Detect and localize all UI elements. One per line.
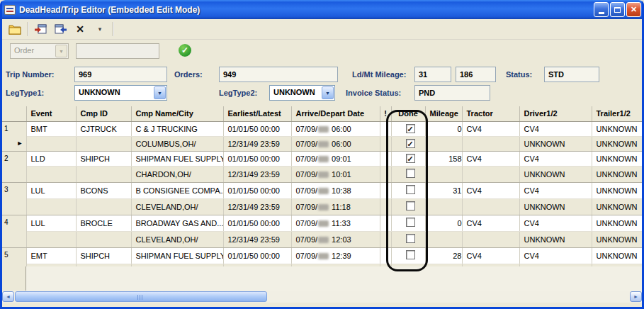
cell-arrive[interactable]: 07/09/09:01 [291, 151, 380, 166]
cell-trailer1[interactable]: UNKNOWN [592, 121, 644, 136]
cell-driver2[interactable]: UNKNOWN [519, 136, 592, 151]
ld-mileage-field[interactable]: 31 [414, 67, 451, 82]
cell-driver2[interactable]: UNKNOWN [519, 231, 592, 247]
delete-record-button[interactable]: ✕ [72, 21, 88, 37]
cell-event[interactable]: LLD [26, 151, 76, 166]
toolbar-options-button[interactable]: ▾ [92, 21, 108, 37]
column-header-selector[interactable] [0, 106, 26, 121]
column-header-event[interactable]: Event [26, 106, 76, 121]
cell-mileage[interactable]: 28 [425, 247, 462, 264]
cell-done[interactable] [391, 247, 425, 264]
status-field[interactable]: STD [544, 67, 599, 82]
cell-cmp-name[interactable]: SHIPMAN FUEL SUPPLY [131, 151, 223, 166]
scrollbar-thumb[interactable] [15, 291, 267, 302]
legtype2-combo[interactable]: UNKNOWN ▼ [269, 85, 335, 101]
row-header[interactable]: 3 [0, 182, 26, 215]
app-icon[interactable] [4, 5, 16, 15]
cell-earliest[interactable]: 01/01/50 00:00 [223, 215, 291, 231]
column-header-driver[interactable]: Driver1/2 [519, 106, 592, 121]
column-header-cmp-name-city[interactable]: Cmp Name/City [131, 106, 223, 121]
titlebar[interactable]: DeadHead/Trip Editor (Embedded Edit Mode… [0, 0, 644, 19]
scroll-left-button[interactable]: ◄ [2, 291, 14, 302]
cell-done[interactable] [391, 182, 425, 198]
cell-tractor[interactable]: CV4 [462, 182, 519, 198]
new-trip-button[interactable] [7, 21, 23, 37]
cell-event[interactable]: LUL [26, 215, 76, 231]
cell-cmp-id[interactable]: BROCLE [76, 215, 131, 231]
cell-done[interactable] [391, 166, 425, 182]
legtype1-combo[interactable]: UNKNOWN ▼ [74, 85, 167, 101]
cell-depart[interactable]: 07/09/11:18 [291, 198, 380, 215]
column-header-done[interactable]: Done [391, 106, 425, 121]
cell-driver1[interactable]: CV4 [519, 151, 592, 166]
cell-driver2[interactable]: UNKNOWN [519, 166, 592, 182]
cell-flag[interactable] [380, 121, 391, 136]
cell-trailer2[interactable]: UNKNOWN [592, 231, 644, 247]
cell-mileage[interactable]: 0 [425, 215, 462, 231]
column-header-mileage[interactable]: Mileage [425, 106, 462, 121]
cell-done[interactable] [391, 121, 425, 136]
row-header[interactable]: 4 [0, 215, 26, 247]
cell-city[interactable]: CLEVELAND,OH/ [131, 198, 223, 215]
cell-earliest[interactable]: 01/01/50 00:00 [223, 151, 291, 166]
done-checkbox[interactable] [406, 139, 415, 148]
column-header-flag[interactable]: ! [380, 106, 391, 121]
cell-cmp-name[interactable]: SHIPMAN FUEL SUPPLY [131, 247, 223, 264]
scroll-right-button[interactable]: ► [630, 291, 642, 302]
cell-earliest[interactable]: 01/01/50 00:00 [223, 121, 291, 136]
done-checkbox[interactable] [406, 124, 415, 133]
cell-trailer1[interactable]: UNKNOWN [592, 247, 644, 264]
cell-flag[interactable] [380, 182, 391, 198]
row-header[interactable]: 2 [0, 151, 26, 182]
row-header[interactable]: 1► [0, 121, 26, 151]
cell-done[interactable] [391, 231, 425, 247]
cell-depart[interactable]: 07/09/12:03 [291, 231, 380, 247]
cell-mileage[interactable]: 158 [425, 151, 462, 166]
cell-cmp-name[interactable]: BROADWAY GAS AND... [131, 215, 223, 231]
cell-depart[interactable]: 07/09/06:00 [291, 136, 380, 151]
cell-done[interactable] [391, 151, 425, 166]
cell-arrive[interactable]: 07/09/06:00 [291, 121, 380, 136]
cell-arrive[interactable]: 07/09/12:39 [291, 247, 380, 264]
done-checkbox[interactable] [406, 250, 415, 259]
cell-latest[interactable]: 12/31/49 23:59 [223, 198, 291, 215]
append-record-button[interactable] [52, 21, 68, 37]
invoice-status-field[interactable]: PND [414, 85, 490, 101]
column-header-arrive-depart[interactable]: Arrive/Depart Date [291, 106, 380, 121]
horizontal-scrollbar[interactable]: ◄ ► [2, 291, 642, 303]
cell-cmp-name[interactable]: B CONSIGNEE COMPA... [131, 182, 223, 198]
cell-event[interactable]: BMT [26, 121, 76, 136]
column-header-earliest-latest[interactable]: Earliest/Latest [223, 106, 291, 121]
minimize-button[interactable] [594, 2, 609, 17]
done-checkbox[interactable] [406, 234, 415, 243]
cell-flag[interactable] [380, 247, 391, 264]
column-header-trailer[interactable]: Trailer1/2 [592, 106, 644, 121]
cell-flag[interactable] [380, 215, 391, 231]
insert-record-button[interactable] [33, 21, 48, 37]
cell-latest[interactable]: 12/31/49 23:59 [223, 136, 291, 151]
trip-number-field[interactable]: 969 [74, 67, 167, 82]
done-checkbox[interactable] [406, 169, 415, 178]
cell-earliest[interactable]: 01/01/50 00:00 [223, 247, 291, 264]
cell-latest[interactable]: 12/31/49 23:59 [223, 166, 291, 182]
maximize-button[interactable] [610, 2, 625, 17]
cell-depart[interactable]: 07/09/10:01 [291, 166, 380, 182]
done-checkbox[interactable] [406, 185, 415, 194]
cell-cmp-id[interactable]: CJTRUCK [76, 121, 131, 136]
cell-driver1[interactable]: CV4 [519, 182, 592, 198]
cell-trailer1[interactable]: UNKNOWN [592, 215, 644, 231]
cell-trailer2[interactable]: UNKNOWN [592, 198, 644, 215]
cell-city[interactable]: CHARDON,OH/ [131, 166, 223, 182]
cell-driver1[interactable]: CV4 [519, 121, 592, 136]
cell-trailer2[interactable]: UNKNOWN [592, 136, 644, 151]
cell-tractor[interactable]: CV4 [462, 121, 519, 136]
chevron-down-icon[interactable]: ▼ [154, 86, 166, 99]
mt-mileage-field[interactable]: 186 [456, 67, 496, 82]
cell-event[interactable]: EMT [26, 247, 76, 264]
chevron-down-icon[interactable]: ▼ [322, 86, 334, 99]
cell-trailer1[interactable]: UNKNOWN [592, 151, 644, 166]
cell-arrive[interactable]: 07/09/11:33 [291, 215, 380, 231]
done-checkbox[interactable] [406, 218, 415, 227]
cell-city[interactable]: CLEVELAND,OH/ [131, 231, 223, 247]
cell-mileage[interactable]: 31 [425, 182, 462, 198]
